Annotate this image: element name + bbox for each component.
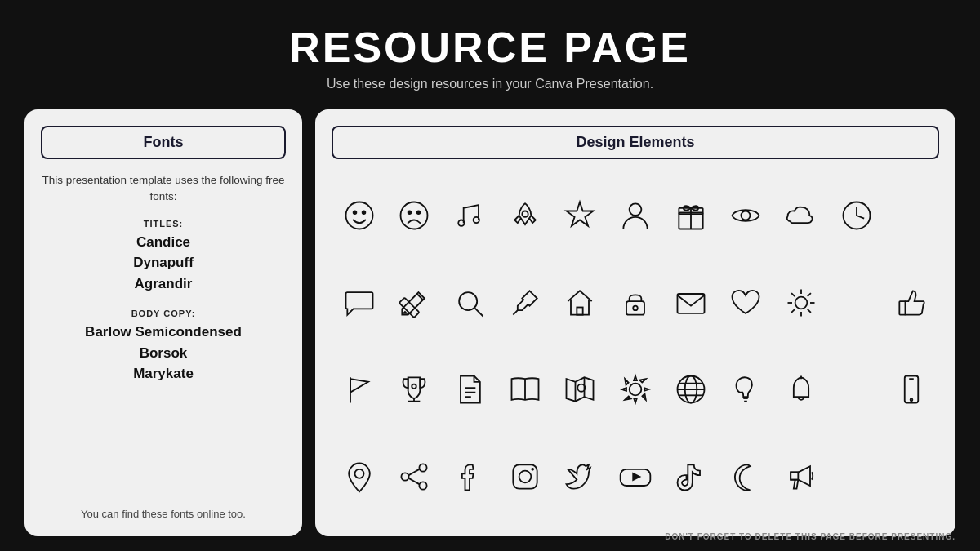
lightbulb-icon — [721, 349, 770, 430]
body-label: BODY COPY: — [41, 309, 286, 318]
svg-point-19 — [459, 292, 477, 310]
flag-icon — [335, 349, 384, 430]
trophy-icon — [390, 349, 439, 430]
svg-rect-71 — [791, 472, 798, 479]
megaphone-icon — [777, 437, 826, 518]
mobile-icon — [887, 349, 936, 430]
svg-point-24 — [633, 305, 638, 310]
pencil-icon — [390, 263, 439, 344]
svg-line-34 — [791, 309, 795, 313]
book-icon — [501, 349, 550, 430]
empty-4 — [832, 437, 881, 518]
svg-point-8 — [522, 211, 528, 217]
rocket-icon — [501, 176, 550, 256]
icons-grid — [332, 172, 939, 520]
page-title: RESOURCE PAGE — [0, 23, 980, 72]
svg-line-21 — [513, 310, 518, 315]
bell-icon — [777, 349, 826, 430]
title-font-1: Candice — [41, 232, 286, 253]
body-font-2: Borsok — [41, 343, 286, 364]
svg-point-2 — [362, 211, 365, 215]
main-content: Fonts This presentation template uses th… — [0, 100, 980, 544]
fonts-description: This presentation template uses the foll… — [41, 172, 286, 206]
svg-point-26 — [795, 296, 808, 309]
envelope-icon — [666, 263, 715, 344]
svg-rect-25 — [677, 294, 704, 313]
svg-rect-23 — [626, 301, 644, 315]
share-icon — [390, 437, 439, 518]
gift-icon — [666, 176, 715, 256]
smiley-icon — [335, 176, 384, 256]
thumbsup-icon — [887, 263, 936, 344]
fonts-footer: You can find these fonts online too. — [41, 500, 286, 520]
svg-point-60 — [354, 469, 363, 478]
sad-face-icon — [390, 176, 439, 256]
page-subtitle: Use these design resources in your Canva… — [0, 77, 980, 91]
twitter-icon — [556, 437, 605, 518]
svg-point-5 — [417, 211, 421, 215]
body-font-3: Marykate — [41, 363, 286, 384]
design-elements-heading: Design Elements — [332, 126, 939, 159]
svg-point-61 — [420, 464, 427, 471]
eye-icon — [721, 176, 770, 256]
svg-line-32 — [808, 309, 811, 313]
svg-point-10 — [630, 204, 642, 216]
empty-1 — [887, 176, 936, 256]
svg-line-17 — [857, 216, 864, 219]
gear-icon — [611, 349, 660, 430]
body-fonts: Barlow Semicondensed Borsok Marykate — [41, 322, 286, 384]
titles-fonts: Candice Dynapuff Agrandir — [41, 232, 286, 295]
chat-icon — [335, 263, 384, 344]
lock-icon — [611, 263, 660, 344]
fonts-heading: Fonts — [41, 126, 286, 159]
design-elements-panel: Design Elements — [315, 109, 956, 536]
svg-line-64 — [409, 469, 420, 475]
location-pin-icon — [335, 437, 384, 518]
svg-point-4 — [408, 211, 412, 215]
title-font-2: Dynapuff — [41, 252, 286, 273]
sun-icon — [777, 263, 826, 344]
svg-point-14 — [742, 211, 751, 220]
svg-line-33 — [808, 293, 811, 296]
svg-line-65 — [409, 478, 420, 484]
instagram-icon — [501, 437, 550, 518]
svg-point-48 — [630, 384, 642, 396]
svg-rect-22 — [577, 307, 583, 314]
svg-point-68 — [531, 468, 534, 471]
moon-icon — [721, 437, 770, 518]
cloud-icon — [777, 176, 826, 256]
empty-3 — [832, 349, 881, 430]
clock-icon — [832, 176, 881, 256]
tiktok-icon — [666, 437, 715, 518]
svg-point-63 — [402, 473, 409, 480]
title-font-3: Agrandir — [41, 273, 286, 295]
person-icon — [611, 176, 660, 256]
footer-note: DON'T FORGET TO DELETE THIS PAGE BEFORE … — [665, 532, 956, 541]
star-icon — [556, 176, 605, 256]
body-font-1: Barlow Semicondensed — [41, 322, 286, 343]
globe-icon — [666, 349, 715, 430]
music-icon — [445, 176, 494, 256]
svg-point-67 — [519, 470, 531, 482]
svg-rect-35 — [900, 301, 906, 315]
heart-icon — [721, 263, 770, 344]
svg-point-6 — [458, 220, 464, 226]
svg-point-62 — [420, 482, 427, 489]
pin-icon — [501, 263, 550, 344]
fonts-panel: Fonts This presentation template uses th… — [24, 109, 302, 536]
svg-point-39 — [412, 384, 417, 389]
empty-2 — [832, 263, 881, 344]
svg-marker-9 — [567, 202, 594, 226]
svg-point-59 — [911, 399, 913, 402]
house-icon — [556, 263, 605, 344]
titles-label: TITLES: — [41, 219, 286, 229]
document-icon — [445, 349, 494, 430]
search-icon — [445, 263, 494, 344]
youtube-icon — [611, 437, 660, 518]
svg-line-31 — [791, 293, 795, 296]
svg-line-20 — [474, 308, 483, 316]
page-header: RESOURCE PAGE Use these design resources… — [0, 0, 980, 100]
svg-point-1 — [353, 211, 356, 215]
svg-point-0 — [345, 202, 372, 229]
svg-point-3 — [401, 202, 428, 229]
